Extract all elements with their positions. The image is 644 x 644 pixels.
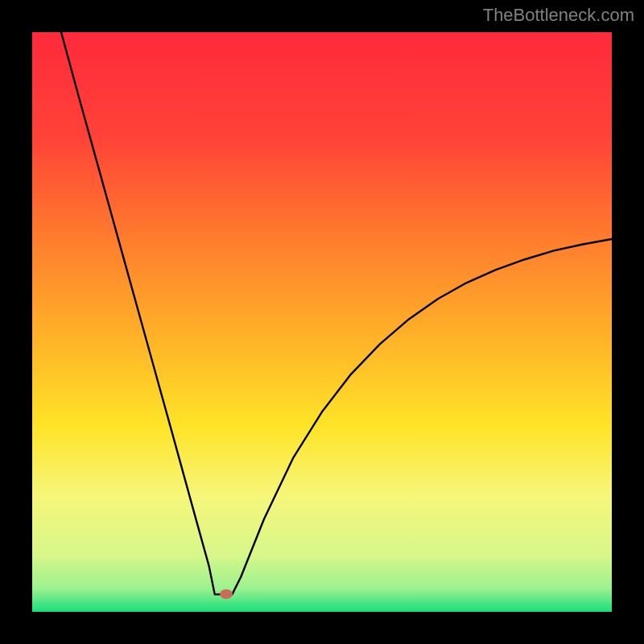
optimal-point-marker [220,589,233,599]
watermark-text: TheBottleneck.com [483,5,634,26]
plot-area [32,32,612,612]
chart-frame: TheBottleneck.com [0,0,644,644]
chart-svg [32,32,612,612]
gradient-background [32,32,612,612]
